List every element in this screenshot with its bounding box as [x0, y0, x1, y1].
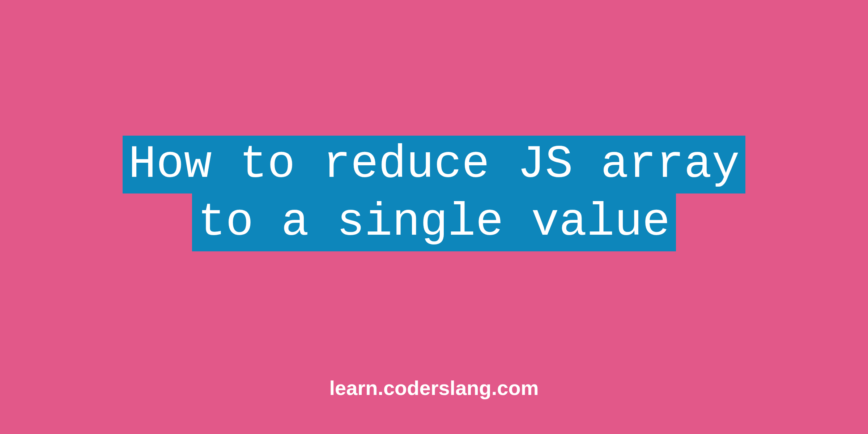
footer-text: learn.coderslang.com	[0, 376, 868, 400]
title-line-1: How to reduce JS array	[123, 136, 745, 193]
title-container: How to reduce JS array to a single value	[123, 136, 745, 251]
title-line-2: to a single value	[192, 193, 676, 251]
